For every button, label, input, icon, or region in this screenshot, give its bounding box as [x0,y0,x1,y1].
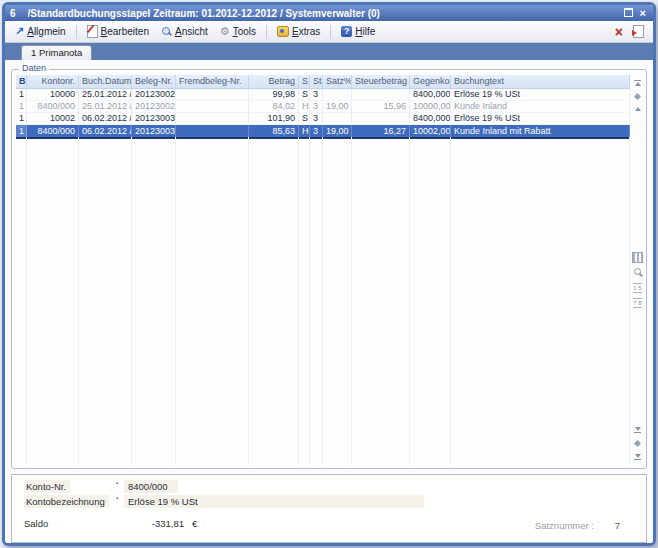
record-nav-gutter: 1 5 7 8 [631,70,644,468]
cell-b: 1 [16,125,27,137]
cell-steuer [352,113,410,125]
toolbar-button-bearbeiten[interactable]: Bearbeiten [82,24,154,39]
table-row[interactable]: 18400/00025.01.2012 /Mi2012300284,02H319… [16,101,630,113]
cell-steuer: 15,96 [352,101,410,113]
cell-gegen: 10002,00 [410,125,451,137]
column-header: Kontonr. [27,75,79,89]
gear-icon: ⚙ [220,26,230,37]
cell-steuer: 16,27 [352,125,410,137]
help-icon: ? [341,26,352,37]
cell-beleg: 20123002 [132,101,176,113]
close-button[interactable]: × [640,8,646,18]
restore-button[interactable] [624,8,633,19]
cell-st: 3 [310,89,323,101]
table-header-row[interactable]: BKontonr.Buch.DatumBeleg-Nr.Fremdbeleg-N… [16,75,630,89]
groupbox-label: Daten [19,63,49,73]
gridline [249,137,299,465]
cell-satz: 19,00 [323,101,352,113]
toolbar-label: Ansicht [175,26,208,37]
cell-fremd [176,113,249,125]
cell-datum: 06.02.2012 /Mo [79,113,132,125]
gridline [299,137,310,465]
cell-kontonr: 10002 [27,113,79,125]
column-header: Betrag [249,75,299,89]
table-row[interactable]: 11000025.01.2012 /Mi2012300299,98S38400,… [16,89,630,101]
cell-satz [323,89,352,101]
column-header: Beleg-Nr. [132,75,176,89]
cell-text: Kunde Inland [451,101,630,113]
cell-fremd [176,101,249,113]
table-row[interactable]: 18400/00006.02.2012 /Mo2012300385,63H319… [16,125,630,137]
gridline [410,137,451,465]
tab-band: 1 Primanota [5,43,653,60]
toolbar-label: Tools [233,26,256,37]
column-header: Gegenkonto [410,75,451,89]
toolbar-button-tools[interactable]: ⚙ Tools [215,25,261,38]
cell-satz [323,113,352,125]
toolbox-icon [277,26,289,37]
numbering-icon[interactable]: 7 8 [633,298,641,308]
cell-gegen: 8400,000 [410,113,451,125]
cell-datum: 25.01.2012 /Mi [79,101,132,113]
cell-beleg: 20123003 [132,113,176,125]
toolbar-button-extras[interactable]: Extras [272,25,325,38]
toolbar-button-allgmein[interactable]: ↗ Allgmein [10,25,71,38]
cell-b: 1 [16,113,27,125]
gridline [451,137,630,465]
column-header: St [310,75,323,89]
toolbar-label: Allgmein [27,26,65,37]
table-body[interactable]: 11000025.01.2012 /Mi2012300299,98S38400,… [16,89,630,465]
arrow-up-right-icon: ↗ [15,26,24,37]
cell-betrag: 84,02 [249,101,299,113]
cell-datum: 25.01.2012 /Mi [79,89,132,101]
kontobezeichnung-label: Kontobezeichnung [24,495,109,508]
titlebar[interactable]: 6 /Standardbuchungsstapel Zeitraum: 01.2… [5,5,653,21]
window-title: /Standardbuchungsstapel Zeitraum: 01.201… [28,8,612,19]
edit-icon [87,25,98,38]
kontobezeichnung-field[interactable]: Erlöse 19 % USt [124,495,424,508]
daten-groupbox: Daten BKontonr.Buch.DatumBeleg-Nr.Fremdb… [11,69,647,469]
first-record-icon[interactable] [634,80,641,86]
toolbar-button-hilfe[interactable]: ? Hilfe [336,25,380,38]
bookings-table[interactable]: BKontonr.Buch.DatumBeleg-Nr.Fremdbeleg-N… [16,75,630,465]
cell-s: S [299,89,310,101]
table-row[interactable]: 11000206.02.2012 /Mo20123003101,90S38400… [16,113,630,125]
toolbar-label: Hilfe [355,26,375,37]
saldo-value: -331,81 [32,518,184,529]
toolbar-label: Bearbeiten [101,26,149,37]
navigate-diamond-icon[interactable] [635,441,640,446]
toolbar-button-ansicht[interactable]: Ansicht [156,25,213,38]
cell-fremd [176,89,249,101]
gridline [176,137,249,465]
toolbar-separator [76,25,77,39]
cell-betrag: 85,63 [249,125,299,137]
content-area: Daten BKontonr.Buch.DatumBeleg-Nr.Fremdb… [5,60,653,543]
cell-text: Kunde Inland mit Rabatt [451,125,630,137]
search-icon[interactable] [633,268,643,278]
tab-primanota[interactable]: 1 Primanota [21,45,92,60]
column-options-icon[interactable] [632,252,643,263]
last-record-icon[interactable] [634,454,641,460]
column-header: Buchungtext [451,75,630,89]
navigate-diamond-icon[interactable] [635,94,640,99]
toolbar-right-group: × [615,25,648,38]
cell-s: H [299,101,310,113]
cell-betrag: 101,90 [249,113,299,125]
magnifier-document-icon [161,26,172,37]
satznummer-label: Satznummer : [535,520,594,531]
cell-steuer [352,89,410,101]
nav-group-bottom [631,427,644,460]
totals-icon[interactable]: 1 5 [633,283,641,293]
toolbar-label: Extras [292,26,320,37]
konto-nr-field[interactable]: 8400/000 [124,480,178,493]
table-empty-area [16,137,630,465]
next-record-icon[interactable] [634,427,641,433]
cell-st: 3 [310,125,323,137]
cell-kontonr: 10000 [27,89,79,101]
exit-door-button[interactable] [633,25,644,38]
previous-record-icon[interactable] [635,107,641,111]
restore-icon [624,8,633,17]
cell-b: 1 [16,89,27,101]
column-header: S [299,75,310,89]
cancel-red-x-button[interactable]: × [615,26,623,38]
